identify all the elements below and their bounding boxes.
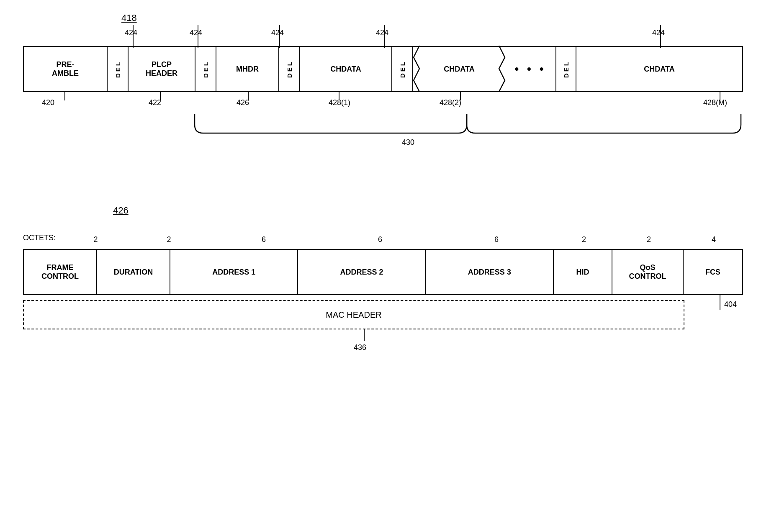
octets-row: OCTETS: 2 2 6 6 6 2 2 4 — [23, 234, 743, 244]
oct-qos: 2 — [613, 235, 684, 244]
cell-dots: • • • — [505, 47, 555, 91]
ref-430: 430 — [402, 138, 414, 147]
figure-label-418: 418 — [121, 13, 137, 23]
preamble-label: PRE-AMBLE — [52, 60, 79, 78]
plcp-label: PLCPHEADER — [146, 60, 177, 78]
cell-chdata1: CHDATA — [300, 47, 392, 91]
oct-addr2: 6 — [322, 235, 438, 244]
brace-svg — [0, 112, 774, 146]
chdata2-label: CHDATA — [444, 65, 474, 74]
oct-addr3: 6 — [438, 235, 555, 244]
cell-plcp-header: PLCPHEADER — [129, 47, 195, 91]
ref-436-svg — [0, 329, 774, 358]
addr3-label: ADDRESS 3 — [468, 268, 511, 277]
mhdr-label: MHDR — [236, 65, 259, 74]
frame-control-label: FRAMECONTROL — [41, 263, 79, 281]
cell-address2: ADDRESS 2 — [298, 250, 426, 294]
del4-label: DEL — [399, 60, 406, 78]
diagram-container: 418 424 424 424 424 424 PRE-AMBLE DEL PL… — [0, 0, 774, 532]
zigzag-left-svg — [412, 46, 421, 94]
cell-preamble: PRE-AMBLE — [24, 47, 108, 91]
cell-qos-control: QoSCONTROL — [612, 250, 684, 294]
cell-del2: DEL — [195, 47, 216, 91]
figure-label-426: 426 — [113, 205, 129, 216]
hid-label: HID — [576, 268, 589, 277]
cell-hid: HID — [554, 250, 612, 294]
ref-436: 436 — [354, 343, 366, 352]
cell-address1: ADDRESS 1 — [170, 250, 298, 294]
top-frame: PRE-AMBLE DEL PLCPHEADER DEL MHDR DEL CH… — [23, 46, 743, 92]
addr2-label: ADDRESS 2 — [340, 268, 383, 277]
bottom-frame: FRAMECONTROL DURATION ADDRESS 1 ADDRESS … — [23, 249, 743, 295]
cell-del3: DEL — [279, 47, 300, 91]
dots-label: • • • — [515, 62, 546, 76]
oct-framecontrol: 2 — [59, 235, 132, 244]
del3-label: DEL — [286, 60, 293, 78]
qos-label: QoSCONTROL — [629, 263, 666, 281]
cell-chdata2: CHDATA — [413, 47, 505, 91]
chdata1-label: CHDATA — [330, 65, 361, 74]
cell-del5: DEL — [555, 47, 576, 91]
chdata3-label: CHDATA — [644, 65, 674, 74]
octets-prefix: OCTETS: — [23, 234, 56, 244]
cell-address3: ADDRESS 3 — [426, 250, 554, 294]
oct-hid: 2 — [555, 235, 613, 244]
cell-frame-control: FRAMECONTROL — [24, 250, 97, 294]
oct-fcs: 4 — [684, 235, 743, 244]
cell-del1: DEL — [108, 47, 129, 91]
cell-chdata3: CHDATA — [576, 47, 742, 91]
del2-label: DEL — [202, 60, 209, 78]
cell-fcs: FCS — [684, 250, 742, 294]
addr1-label: ADDRESS 1 — [212, 268, 255, 277]
oct-duration: 2 — [132, 235, 206, 244]
del5-label: DEL — [563, 60, 570, 78]
duration-label: DURATION — [114, 268, 153, 277]
ref-404: 404 — [724, 300, 737, 309]
cell-del4: DEL — [392, 47, 413, 91]
cell-mhdr: MHDR — [216, 47, 279, 91]
fcs-label: FCS — [705, 268, 720, 277]
cell-duration: DURATION — [97, 250, 170, 294]
del1-label: DEL — [114, 60, 121, 78]
bottom-ticks-svg — [0, 92, 774, 105]
oct-addr1: 6 — [206, 235, 322, 244]
